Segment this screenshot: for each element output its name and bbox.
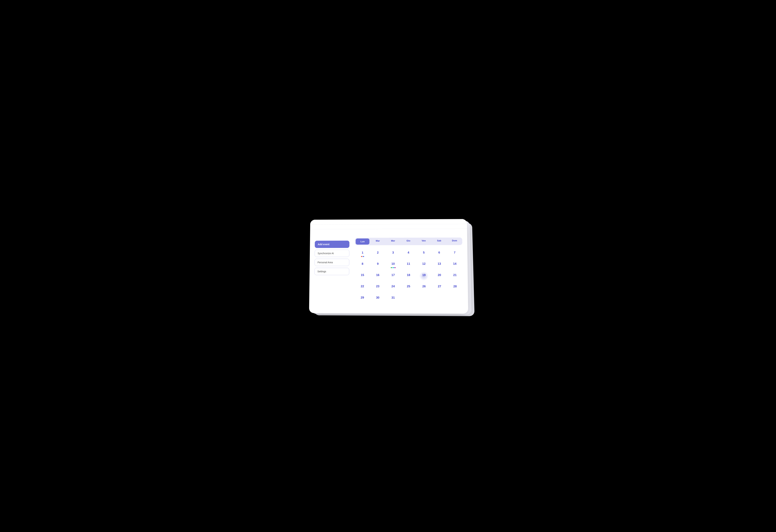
day-cell-8[interactable]: 8 (355, 259, 370, 270)
day-cell-26[interactable]: 26 (416, 282, 432, 293)
calendar-nav (355, 233, 462, 235)
settings-button[interactable]: Settings (315, 268, 349, 275)
event-dots-10 (391, 267, 395, 268)
main-card: Add event Synchronize AI Personal Area S… (309, 219, 468, 314)
day-cell-7[interactable]: 7 (447, 248, 462, 258)
day-cell-29[interactable]: 29 (355, 293, 370, 304)
synchronize-ai-button[interactable]: Synchronize AI (315, 250, 349, 257)
event-dots-1 (361, 256, 364, 257)
days-grid: 1234567891011121314151617181920212223242… (355, 248, 463, 304)
day-cell-3[interactable]: 3 (385, 248, 401, 259)
day-cell-28[interactable]: 28 (447, 282, 463, 293)
day-cell-12[interactable]: 12 (416, 259, 431, 270)
day-cell-31[interactable]: 31 (385, 293, 401, 304)
day-cell-17[interactable]: 17 (385, 271, 401, 281)
sidebar-title (315, 235, 349, 235)
day-header-sab: Sab (431, 237, 447, 245)
top-bar (310, 219, 467, 225)
day-cell-20[interactable]: 20 (432, 271, 447, 281)
day-cell-30[interactable]: 30 (370, 293, 385, 304)
day-cell-25[interactable]: 25 (401, 282, 416, 293)
day-cell-21[interactable]: 21 (447, 271, 463, 282)
card-stack: Add event Synchronize AI Personal Area S… (309, 219, 467, 313)
personal-area-button[interactable]: Personal Area (315, 258, 349, 266)
calendar-area: Lun Mar Mer Gio Ven Sab Dom 123456789101… (355, 233, 463, 309)
prev-month-button[interactable] (396, 233, 399, 234)
day-cell-10[interactable]: 10 (385, 259, 401, 270)
day-header-mar: Mar (370, 238, 385, 245)
day-headers: Lun Mar Mer Gio Ven Sab Dom (355, 237, 462, 245)
day-cell-4[interactable]: 4 (401, 248, 416, 259)
day-header-gio: Gio (401, 237, 416, 245)
day-cell-22[interactable]: 22 (355, 282, 370, 293)
day-cell-1[interactable]: 1 (355, 248, 370, 259)
day-cell-9[interactable]: 9 (370, 259, 385, 270)
day-cell-19[interactable]: 19 (416, 271, 432, 281)
day-header-ven: Ven (416, 237, 431, 245)
day-cell-16[interactable]: 16 (370, 271, 385, 281)
day-header-dom: Dom (447, 237, 462, 245)
day-cell-15[interactable]: 15 (355, 271, 370, 281)
day-cell-14[interactable]: 14 (447, 259, 462, 270)
add-event-button[interactable]: Add event (315, 240, 349, 248)
day-cell-5[interactable]: 5 (416, 248, 431, 259)
perspective-wrapper: Add event Synchronize AI Personal Area S… (309, 219, 467, 313)
day-cell-11[interactable]: 11 (401, 259, 416, 270)
day-cell-23[interactable]: 23 (370, 282, 385, 293)
day-cell-18[interactable]: 18 (401, 271, 416, 281)
day-header-mer: Mer (385, 238, 401, 245)
sidebar: Add event Synchronize AI Personal Area S… (314, 233, 349, 308)
day-cell-27[interactable]: 27 (432, 282, 447, 293)
day-cell-2[interactable]: 2 (370, 248, 385, 259)
main-content: Add event Synchronize AI Personal Area S… (309, 229, 468, 314)
day-cell-6[interactable]: 6 (431, 248, 447, 259)
day-cell-24[interactable]: 24 (385, 282, 401, 293)
sidebar-subtitle (315, 236, 349, 236)
day-cell-13[interactable]: 13 (431, 259, 447, 270)
day-header-lun: Lun (356, 238, 370, 244)
next-month-button[interactable] (418, 233, 420, 234)
